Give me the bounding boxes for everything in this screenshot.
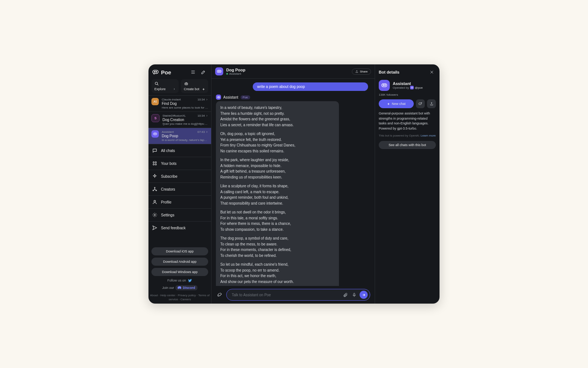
- svg-rect-32: [353, 293, 354, 295]
- chat-list: A\ Claude-instant 10:34 Find Dog Here ar…: [148, 95, 211, 144]
- nav-settings[interactable]: Settings: [148, 209, 211, 222]
- create-bot-card[interactable]: Create bot: [181, 79, 208, 93]
- svg-point-1: [154, 71, 155, 72]
- share-icon: [355, 70, 358, 73]
- conversation-scroll[interactable]: write a poem about dog poop Assistant Po…: [211, 79, 375, 286]
- footer-careers[interactable]: Careers: [181, 298, 191, 301]
- chevron-right-icon: [206, 98, 208, 101]
- nav-creators[interactable]: Creators: [148, 183, 211, 196]
- chat-title: Dog Creation: [162, 118, 208, 122]
- svg-rect-14: [154, 133, 157, 135]
- nav-your-bots[interactable]: Your bots: [148, 157, 211, 170]
- chat-title: Dog Poop: [162, 134, 208, 138]
- nav-label: Settings: [161, 213, 174, 217]
- chat-item-find-dog[interactable]: A\ Claude-instant 10:34 Find Dog Here ar…: [148, 95, 211, 112]
- see-all-chats-button[interactable]: See all chats with this bot: [379, 141, 436, 149]
- svg-point-30: [218, 97, 218, 97]
- followers-count: 138K followers: [375, 92, 440, 99]
- chevron-right-icon: [206, 114, 208, 117]
- message-input[interactable]: [231, 293, 340, 297]
- chat-bot-name: Claude-instant: [162, 98, 181, 101]
- svg-point-21: [154, 187, 155, 188]
- sidebar: Poe Explore Create bot: [148, 64, 211, 304]
- details-actions: New chat: [375, 99, 440, 111]
- learn-more-link[interactable]: Learn more: [421, 134, 436, 137]
- chat-bubble-icon: [152, 148, 157, 153]
- svg-point-37: [383, 85, 384, 85]
- operator-handle[interactable]: @poe: [415, 86, 423, 89]
- plus-icon: [387, 102, 390, 106]
- nav-label: Profile: [161, 200, 171, 204]
- conversation-title: Dog Poop: [226, 68, 349, 72]
- chat-item-dog-poop[interactable]: Assistant 07:43 Dog Poop In a world of b…: [148, 128, 211, 144]
- chat-bot-name: Assistant: [162, 130, 174, 134]
- svg-point-24: [154, 200, 156, 202]
- nav-all-chats[interactable]: All chats: [148, 144, 211, 157]
- attach-button[interactable]: [342, 291, 349, 298]
- download-windows-button[interactable]: Download Windows app: [151, 268, 208, 276]
- details-bot-name: Assistant: [393, 81, 423, 86]
- download-ios-button[interactable]: Download iOS app: [151, 247, 208, 255]
- chat-item-dog-creation[interactable]: S StableDiffusionXL 10:34 Dog Creation !…: [148, 112, 211, 128]
- app-name: Poe: [161, 69, 171, 75]
- bot-details-panel: Bot details Assistant Operated by @poe 1: [375, 64, 440, 304]
- poe-logo-icon: [152, 70, 159, 75]
- svg-point-25: [154, 214, 155, 216]
- svg-point-23: [156, 190, 157, 191]
- join-row: Join our Discord: [151, 285, 208, 290]
- bot-name: Assistant: [223, 95, 238, 99]
- follow-label: Follow us on: [167, 279, 186, 282]
- footer-about[interactable]: About: [150, 294, 158, 297]
- sparkle-icon: [152, 174, 157, 179]
- share-button[interactable]: Share: [352, 68, 371, 75]
- footer-help[interactable]: Help center: [160, 294, 175, 297]
- svg-point-16: [155, 134, 156, 134]
- share-icon: [430, 102, 434, 106]
- chat-title: Find Dog: [162, 102, 208, 106]
- clear-context-button[interactable]: [216, 291, 223, 298]
- details-bot-row: Assistant Operated by @poe: [375, 78, 440, 92]
- menu-icon[interactable]: [189, 68, 197, 76]
- close-details-button[interactable]: [428, 68, 436, 76]
- chevron-right-icon: [173, 88, 176, 91]
- svg-rect-0: [153, 70, 158, 74]
- app-window: Poe Explore Create bot: [148, 64, 440, 304]
- operator-badge-icon: [410, 86, 414, 89]
- message-input-wrap: [226, 289, 370, 301]
- svg-point-22: [153, 190, 154, 191]
- svg-point-28: [220, 71, 220, 72]
- footer-links: About · Help center · Privacy policy · T…: [148, 293, 211, 304]
- nav-profile[interactable]: Profile: [148, 196, 211, 209]
- search-icon: [154, 81, 159, 86]
- twitter-icon[interactable]: [188, 278, 192, 283]
- mic-icon: [352, 293, 357, 297]
- svg-point-19: [153, 164, 154, 165]
- nav-feedback[interactable]: Send feedback: [148, 222, 211, 234]
- sidebar-bottom: Download iOS app Download Android app Do…: [148, 244, 211, 293]
- new-chat-button[interactable]: New chat: [379, 99, 414, 108]
- create-bot-label: Create bot: [184, 87, 199, 91]
- chat-preview: ![can you make me a dog](https://qph...: [162, 122, 208, 125]
- explore-label: Explore: [154, 87, 166, 91]
- voice-button[interactable]: [351, 291, 357, 298]
- avatar-claude-icon: A\: [151, 98, 159, 105]
- svg-point-9: [186, 84, 186, 84]
- discord-button[interactable]: Discord: [175, 285, 197, 290]
- share-bot-button[interactable]: [427, 99, 436, 108]
- chat-time: 10:34: [197, 98, 208, 101]
- discord-icon: [178, 286, 182, 289]
- sidebar-header: Poe: [148, 64, 211, 79]
- footer-privacy[interactable]: Privacy policy: [178, 294, 196, 297]
- explore-card[interactable]: Explore: [151, 79, 179, 93]
- compose-icon[interactable]: [199, 68, 207, 76]
- send-button[interactable]: [360, 291, 368, 299]
- nav-subscribe[interactable]: Subscribe: [148, 170, 211, 183]
- close-icon: [430, 70, 434, 74]
- sidebar-quick-row: Explore Create bot: [148, 79, 211, 95]
- svg-point-15: [154, 134, 155, 134]
- bot-icon: [184, 81, 189, 86]
- add-to-button[interactable]: [416, 99, 425, 108]
- svg-rect-39: [411, 87, 413, 88]
- sidebar-nav: All chats Your bots Subscribe Creators P…: [148, 144, 211, 234]
- download-android-button[interactable]: Download Android app: [151, 258, 208, 266]
